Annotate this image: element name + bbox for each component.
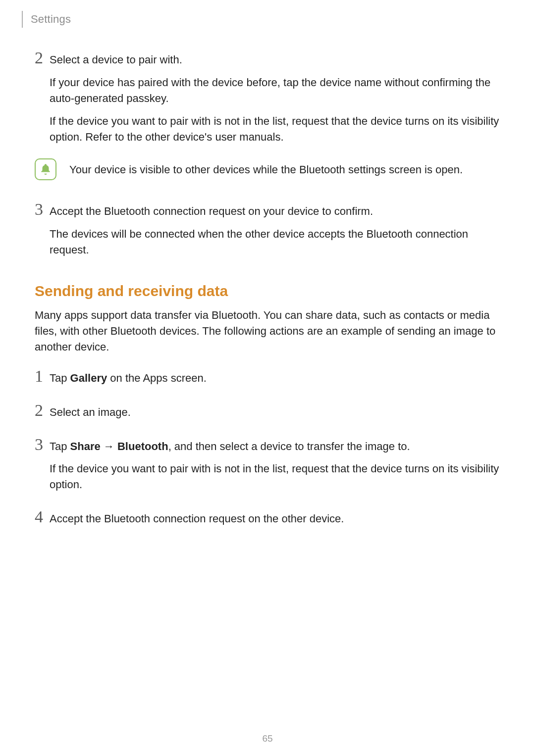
section-title: Settings [31,13,71,26]
step-b2-text: Select an image. [50,404,500,420]
arrow-text: → [101,440,117,453]
step-3-p1: The devices will be connected when the o… [50,226,500,258]
step-body: Accept the Bluetooth connection request … [50,511,500,534]
text: Tap [50,440,70,453]
step-body: Accept the Bluetooth connection request … [50,203,500,265]
step-number: 4 [35,508,50,525]
step-body: Tap Share → Bluetooth, and then select a… [50,439,500,500]
step-3: 3 Accept the Bluetooth connection reques… [35,201,500,265]
bold-text: Share [70,440,101,453]
step-number: 3 [35,436,50,453]
step-body: Select a device to pair with. If your de… [50,52,500,151]
step-b3-text: Tap Share → Bluetooth, and then select a… [50,439,500,454]
step-2-head: Select a device to pair with. [50,52,500,68]
bold-text: Gallery [70,372,107,384]
step-body: Select an image. [50,404,500,427]
step-number: 2 [35,50,50,66]
step-2-p1: If your device has paired with the devic… [50,75,500,106]
step-number: 1 [35,368,50,385]
note-callout: Your device is visible to other devices … [35,158,500,180]
header-tick [22,11,23,28]
step-body: Tap Gallery on the Apps screen. [50,370,500,393]
step-b1-text: Tap Gallery on the Apps screen. [50,370,500,386]
step-b3-p1: If the device you want to pair with is n… [50,461,500,493]
page-number: 65 [0,733,535,744]
subheading: Sending and receiving data [35,283,500,300]
step-b1: 1 Tap Gallery on the Apps screen. [35,368,500,393]
page-header: Settings [22,11,71,28]
page-content: 2 Select a device to pair with. If your … [35,50,500,534]
step-2: 2 Select a device to pair with. If your … [35,50,500,151]
manual-page: Settings 2 Select a device to pair with.… [0,0,535,756]
step-b4: 4 Accept the Bluetooth connection reques… [35,508,500,534]
step-b4-text: Accept the Bluetooth connection request … [50,511,500,527]
step-3-head: Accept the Bluetooth connection request … [50,203,500,219]
bold-text: Bluetooth [117,440,168,453]
text: Tap [50,372,70,384]
intro-paragraph: Many apps support data transfer via Blue… [35,307,500,355]
text: , and then select a device to transfer t… [168,440,410,453]
step-b2: 2 Select an image. [35,402,500,427]
step-2-p2: If the device you want to pair with is n… [50,113,500,145]
bell-icon [35,158,56,180]
note-text: Your device is visible to other devices … [69,162,463,178]
step-number: 2 [35,402,50,419]
step-b3: 3 Tap Share → Bluetooth, and then select… [35,436,500,500]
text: on the Apps screen. [107,372,207,384]
step-number: 3 [35,201,50,218]
